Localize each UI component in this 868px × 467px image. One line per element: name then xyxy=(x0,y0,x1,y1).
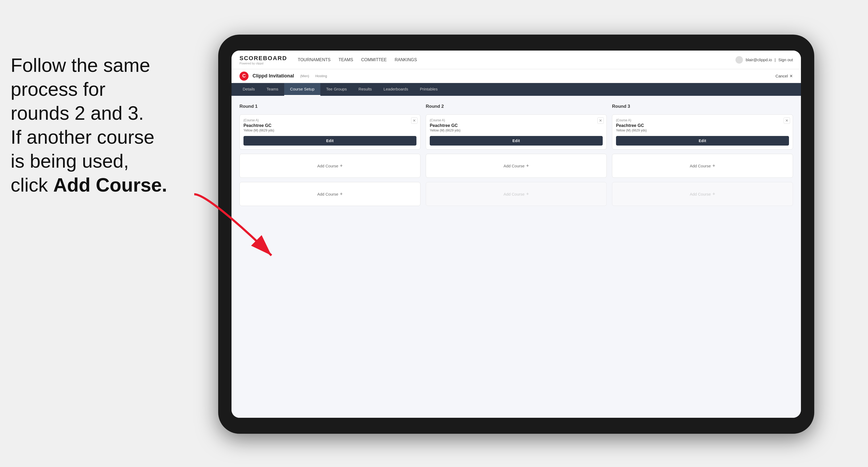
round-1-course-label: (Course A) xyxy=(244,118,416,122)
sub-header-left: C Clippd Invitational (Men) Hosting xyxy=(240,71,327,81)
round-2-edit-button[interactable]: Edit xyxy=(430,136,603,146)
round-3-course-card: ✕ (Course A) Peachtree GC Yellow (M) (66… xyxy=(612,115,793,150)
round-1-edit-button[interactable]: Edit xyxy=(244,136,416,146)
instruction-line5: is being used, xyxy=(11,150,129,172)
nav-right: blair@clippd.io | Sign out xyxy=(736,56,793,64)
sub-header: C Clippd Invitational (Men) Hosting Canc… xyxy=(231,69,801,83)
round-2-course-name: Peachtree GC xyxy=(430,123,603,128)
round-3-delete-button[interactable]: ✕ xyxy=(784,117,790,124)
tablet-screen: SCOREBOARD Powered by clippd TOURNAMENTS… xyxy=(231,51,801,418)
round-3-add-course-label-2: Add Course xyxy=(690,192,711,196)
instruction-line4: If another course xyxy=(11,126,154,148)
logo-title: SCOREBOARD xyxy=(240,55,287,62)
round-1-plus-icon-1: + xyxy=(340,163,343,168)
nav-teams[interactable]: TEAMS xyxy=(338,58,353,62)
round-1-delete-button[interactable]: ✕ xyxy=(411,117,417,124)
round-1-plus-icon-2: + xyxy=(340,192,343,196)
round-1-course-name: Peachtree GC xyxy=(244,123,416,128)
round-3-header: Round 3 xyxy=(612,104,793,109)
round-1-column: Round 1 ✕ (Course A) Peachtree GC Yellow… xyxy=(240,104,421,206)
round-2-add-course-text-2: Add Course + xyxy=(503,192,529,196)
nav-left: SCOREBOARD Powered by clippd TOURNAMENTS… xyxy=(240,55,417,65)
hosting-badge: Hosting xyxy=(315,74,327,78)
gender-badge: (Men) xyxy=(300,74,309,78)
tab-course-setup[interactable]: Course Setup xyxy=(284,83,320,96)
main-content: Round 1 ✕ (Course A) Peachtree GC Yellow… xyxy=(231,96,801,418)
tab-bar: Details Teams Course Setup Tee Groups Re… xyxy=(231,83,801,96)
round-1-add-course-text-1: Add Course + xyxy=(317,163,343,168)
round-3-course-name: Peachtree GC xyxy=(616,123,789,128)
instruction-line6-prefix: click xyxy=(11,174,53,195)
round-1-header: Round 1 xyxy=(240,104,421,109)
round-3-add-course-2: Add Course + xyxy=(612,182,793,206)
round-3-edit-button[interactable]: Edit xyxy=(616,136,789,146)
instruction-bold: Add Course. xyxy=(53,174,167,195)
round-2-delete-button[interactable]: ✕ xyxy=(597,117,604,124)
cancel-area: Cancel ✕ xyxy=(775,74,793,79)
round-3-course-label: (Course A) xyxy=(616,118,789,122)
round-3-course-details: Yellow (M) (6629 yds) xyxy=(616,128,789,132)
round-2-plus-icon-2: + xyxy=(526,192,529,196)
avatar-icon xyxy=(736,56,743,64)
round-2-course-label: (Course A) xyxy=(430,118,603,122)
nav-tournaments[interactable]: TOURNAMENTS xyxy=(298,58,331,62)
instruction-line1: Follow the same xyxy=(11,55,150,76)
round-1-add-course-label-2: Add Course xyxy=(317,192,338,196)
round-1-add-course-label-1: Add Course xyxy=(317,164,338,168)
tab-teams[interactable]: Teams xyxy=(261,83,284,96)
nav-committee[interactable]: COMMITTEE xyxy=(361,58,386,62)
close-icon[interactable]: ✕ xyxy=(789,74,793,79)
round-2-column: Round 2 ✕ (Course A) Peachtree GC Yellow… xyxy=(426,104,607,206)
round-3-column: Round 3 ✕ (Course A) Peachtree GC Yellow… xyxy=(612,104,793,206)
round-2-course-details: Yellow (M) (6629 yds) xyxy=(430,128,603,132)
rounds-grid: Round 1 ✕ (Course A) Peachtree GC Yellow… xyxy=(240,104,793,206)
round-1-add-course-text-2: Add Course + xyxy=(317,192,343,196)
round-2-add-course-label-2: Add Course xyxy=(503,192,524,196)
round-3-add-course-1[interactable]: Add Course + xyxy=(612,154,793,178)
tab-details[interactable]: Details xyxy=(237,83,261,96)
logo-area: SCOREBOARD Powered by clippd xyxy=(240,55,287,65)
tab-printables[interactable]: Printables xyxy=(414,83,443,96)
user-email: blair@clippd.io xyxy=(746,58,772,62)
sign-out-link[interactable]: Sign out xyxy=(778,58,793,62)
round-3-add-course-text-2: Add Course + xyxy=(690,192,715,196)
instruction-line3: rounds 2 and 3. xyxy=(11,102,144,124)
round-2-add-course-label-1: Add Course xyxy=(503,164,524,168)
round-2-plus-icon-1: + xyxy=(526,163,529,168)
cancel-button[interactable]: Cancel xyxy=(775,74,788,78)
round-1-course-details: Yellow (M) (6629 yds) xyxy=(244,128,416,132)
top-nav: SCOREBOARD Powered by clippd TOURNAMENTS… xyxy=(231,51,801,69)
round-3-plus-icon-2: + xyxy=(712,192,715,196)
round-3-add-course-text-1: Add Course + xyxy=(690,163,715,168)
round-2-add-course-2: Add Course + xyxy=(426,182,607,206)
instruction-line2: process for xyxy=(11,79,105,100)
round-1-add-course-2[interactable]: Add Course + xyxy=(240,182,421,206)
round-2-course-card: ✕ (Course A) Peachtree GC Yellow (M) (66… xyxy=(426,115,607,150)
nav-links: TOURNAMENTS TEAMS COMMITTEE RANKINGS xyxy=(298,58,417,62)
round-2-add-course-text-1: Add Course + xyxy=(503,163,529,168)
instruction-text: Follow the same process for rounds 2 and… xyxy=(0,42,192,208)
tournament-name: Clippd Invitational xyxy=(252,73,294,79)
tab-tee-groups[interactable]: Tee Groups xyxy=(320,83,353,96)
round-2-header: Round 2 xyxy=(426,104,607,109)
tablet-frame: SCOREBOARD Powered by clippd TOURNAMENTS… xyxy=(218,35,814,434)
round-2-add-course-1[interactable]: Add Course + xyxy=(426,154,607,178)
round-1-course-card: ✕ (Course A) Peachtree GC Yellow (M) (66… xyxy=(240,115,421,150)
round-3-plus-icon-1: + xyxy=(712,163,715,168)
nav-separator: | xyxy=(775,58,776,62)
tab-results[interactable]: Results xyxy=(352,83,378,96)
tab-leaderboards[interactable]: Leaderboards xyxy=(378,83,414,96)
round-3-add-course-label-1: Add Course xyxy=(690,164,711,168)
clippd-logo: C xyxy=(240,71,249,81)
nav-rankings[interactable]: RANKINGS xyxy=(395,58,417,62)
logo-sub: Powered by clippd xyxy=(240,62,287,65)
round-1-add-course-1[interactable]: Add Course + xyxy=(240,154,421,178)
